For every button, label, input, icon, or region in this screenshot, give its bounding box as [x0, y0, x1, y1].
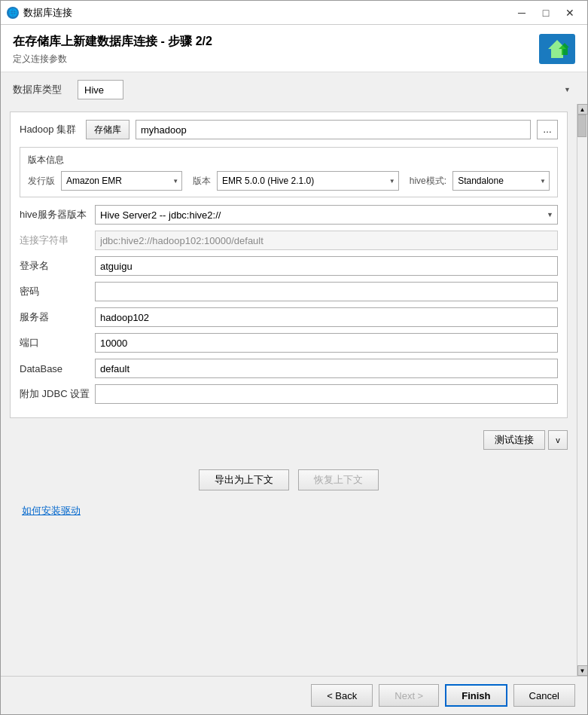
close-button[interactable]: ✕: [559, 4, 581, 22]
browse-button[interactable]: …: [537, 120, 558, 139]
hadoop-cluster-row: Hadoop 集群 存储库 …: [20, 120, 558, 139]
storage-button[interactable]: 存储库: [86, 120, 129, 139]
hive-mode-label: hive模式:: [410, 175, 446, 188]
port-row: 端口: [20, 333, 558, 353]
hive-server-label: hive服务器版本: [20, 208, 95, 222]
scroll-up-button[interactable]: ▲: [577, 104, 588, 115]
database-input[interactable]: [95, 359, 558, 378]
db-type-label: 数据库类型: [13, 83, 73, 96]
main-window: 🌐 数据库连接 ─ □ ✕ 在存储库上新建数据库连接 - 步骤 2/2 定义连接…: [0, 0, 588, 715]
login-row: 登录名: [20, 256, 558, 276]
hadoop-input[interactable]: [136, 120, 531, 139]
install-driver-link[interactable]: 如何安装驱动: [10, 499, 93, 522]
connection-string-input[interactable]: [95, 231, 558, 250]
window-icon: 🌐: [7, 7, 19, 19]
version-select-wrapper: EMR 5.0.0 (Hive 2.1.0): [217, 171, 399, 191]
hive-mode-select-wrapper: Standalone: [452, 171, 550, 191]
version-row: 发行版 Amazon EMR 版本 EMR 5.0.0 (Hive 2.1.0): [28, 171, 550, 191]
hadoop-cluster-label: Hadoop 集群: [20, 123, 80, 136]
cancel-button[interactable]: Cancel: [513, 684, 575, 707]
version-label: 版本: [193, 175, 211, 188]
server-label: 服务器: [20, 310, 95, 324]
db-type-section: 数据库类型 Hive: [1, 72, 587, 104]
scroll-thumb[interactable]: [577, 115, 586, 137]
install-driver-section: 如何安装驱动: [10, 498, 568, 524]
scroll-down-button[interactable]: ▼: [577, 665, 588, 676]
version-box: 版本信息 发行版 Amazon EMR 版本 EMR: [20, 147, 558, 197]
form-container: Hadoop 集群 存储库 … 版本信息 发行版 Amazon EMR: [1, 104, 587, 676]
back-button[interactable]: < Back: [311, 684, 373, 707]
jdbc-label: 附加 JDBC 设置: [20, 387, 95, 401]
page-title: 在存储库上新建数据库连接 - 步骤 2/2: [13, 34, 212, 50]
hive-server-select[interactable]: Hive Server2 -- jdbc:hive2://: [95, 205, 558, 225]
page-header: 在存储库上新建数据库连接 - 步骤 2/2 定义连接参数: [1, 25, 587, 72]
restore-context-button[interactable]: 恢复上下文: [298, 469, 379, 490]
version-select[interactable]: EMR 5.0.0 (Hive 2.1.0): [217, 171, 399, 191]
export-row: 导出为上下文 恢复上下文: [10, 454, 568, 498]
test-connection-button[interactable]: 测试连接: [483, 430, 545, 450]
hive-mode-select[interactable]: Standalone: [452, 171, 550, 191]
header-text: 在存储库上新建数据库连接 - 步骤 2/2 定义连接参数: [13, 34, 212, 66]
db-type-select-wrapper: Hive: [78, 80, 575, 99]
password-input[interactable]: [95, 282, 558, 301]
window-title: 数据库连接: [23, 6, 510, 20]
login-input[interactable]: [95, 256, 558, 276]
maximize-button[interactable]: □: [535, 4, 557, 22]
password-row: 密码: [20, 282, 558, 301]
port-input[interactable]: [95, 333, 558, 353]
distributor-label: 发行版: [28, 175, 55, 188]
login-label: 登录名: [20, 259, 95, 273]
title-bar: 🌐 数据库连接 ─ □ ✕: [1, 1, 587, 25]
test-v-button[interactable]: v: [548, 430, 568, 450]
connection-string-row: 连接字符串: [20, 231, 558, 250]
server-input[interactable]: [95, 307, 558, 327]
port-label: 端口: [20, 336, 95, 350]
jdbc-row: 附加 JDBC 设置: [20, 384, 558, 404]
distributor-select[interactable]: Amazon EMR: [61, 171, 182, 191]
connection-string-label: 连接字符串: [20, 234, 95, 247]
finish-button[interactable]: Finish: [445, 684, 507, 707]
database-row: DataBase: [20, 359, 558, 378]
server-row: 服务器: [20, 307, 558, 327]
db-type-select[interactable]: Hive: [78, 80, 123, 99]
database-label: DataBase: [20, 363, 95, 374]
main-content: 数据库类型 Hive Hadoop 集群 存储库 …: [1, 72, 587, 676]
jdbc-input[interactable]: [95, 384, 558, 404]
hive-server-row: hive服务器版本 Hive Server2 -- jdbc:hive2://: [20, 205, 558, 225]
test-connection-row: 测试连接 v: [10, 426, 568, 454]
hive-server-select-wrapper: Hive Server2 -- jdbc:hive2://: [95, 205, 558, 225]
footer: < Back Next > Finish Cancel: [1, 676, 587, 714]
password-label: 密码: [20, 285, 95, 298]
scroll-track: [577, 115, 588, 665]
form-inner: Hadoop 集群 存储库 … 版本信息 发行版 Amazon EMR: [1, 104, 577, 676]
header-icon: [539, 34, 575, 64]
next-button[interactable]: Next >: [379, 684, 439, 707]
version-section-title: 版本信息: [28, 154, 550, 167]
minimize-button[interactable]: ─: [510, 4, 533, 22]
window-controls: ─ □ ✕: [510, 4, 581, 22]
export-context-button[interactable]: 导出为上下文: [199, 469, 289, 490]
page-subtitle: 定义连接参数: [13, 53, 212, 66]
connection-params-box: Hadoop 集群 存储库 … 版本信息 发行版 Amazon EMR: [10, 112, 568, 418]
right-scrollbar: ▲ ▼: [577, 104, 587, 676]
distributor-select-wrapper: Amazon EMR: [61, 171, 182, 191]
